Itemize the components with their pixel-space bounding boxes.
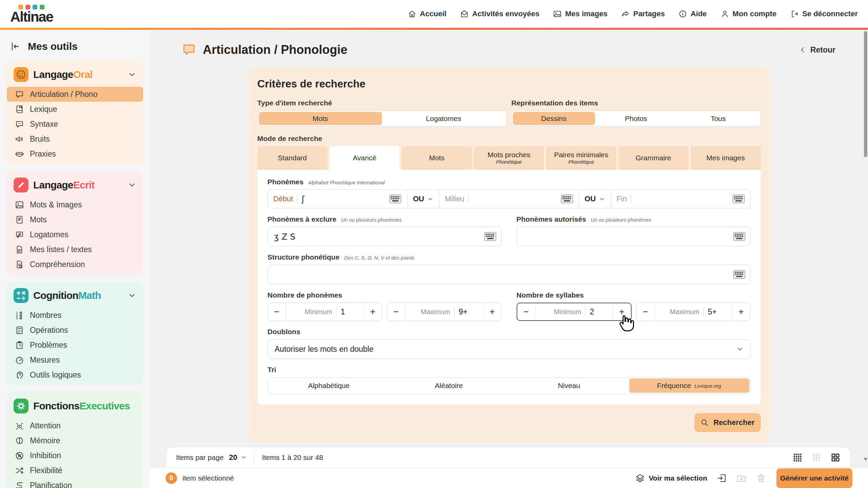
sidebar-item-bruits[interactable]: Bruits [11,131,139,146]
tri-option-alphabetique[interactable]: Alphabétique [269,379,389,393]
search-button[interactable]: Rechercher [694,413,761,432]
keyboard-icon[interactable] [389,194,402,204]
sidebar-item-mes-listes-textes[interactable]: Mes listes / textes [11,242,139,257]
nav-aide[interactable]: Aide [678,9,707,18]
section-header-langage-oral[interactable]: LangageOral [11,65,139,87]
increment-button[interactable]: + [483,303,501,321]
autorises-label: Phonèmes autorisés [517,215,586,223]
tab-avance[interactable]: Avancé [329,146,400,170]
nb-phonemes-label: Nombre de phonèmes [268,291,343,299]
section-header-fonctions-executives[interactable]: FonctionsExecutives [11,396,139,418]
top-nav: Accueil Activités envoyées Mes images Pa… [408,9,858,18]
folder-download-icon[interactable] [736,473,747,483]
vertical-scrollbar[interactable] [863,30,868,463]
representation-label: Représentation des items [512,99,598,107]
collapse-sidebar-icon[interactable] [9,41,20,52]
phoneme-milieu-field[interactable]: Milieu [440,190,579,208]
nav-mes-images[interactable]: Mes images [553,9,607,18]
fin-input[interactable] [635,194,728,204]
ou-select-1[interactable]: OU [407,190,439,208]
sidebar-item-comprehension[interactable]: ? Compréhension [11,257,139,272]
increment-button[interactable]: + [364,303,382,321]
increment-button[interactable]: + [613,303,631,320]
tri-option-niveau[interactable]: Niveau [509,379,629,393]
sidebar-item-praxies[interactable]: Praxies [11,146,139,161]
sidebar-item-problemes[interactable]: ? Problèmes [11,338,139,352]
decrement-button[interactable]: − [387,303,406,321]
nav-mon-compte[interactable]: Mon compte [720,9,777,18]
grid-large-view-button[interactable] [830,452,841,463]
chevron-down-icon [128,291,136,300]
sidebar-item-nombres[interactable]: 123 Nombres [11,308,139,323]
structure-input[interactable] [274,270,729,280]
nav-accueil[interactable]: Accueil [408,9,446,18]
tri-option-frequence[interactable]: FréquenceLexique.org [629,379,749,393]
decrement-button[interactable]: − [517,303,536,320]
keyboard-icon[interactable] [733,232,746,241]
decrement-button[interactable]: − [637,303,655,321]
milieu-input[interactable] [473,194,557,204]
grid-dense-view-button[interactable] [792,452,803,463]
import-selection-icon[interactable] [717,473,727,483]
increment-button[interactable]: + [732,303,750,321]
nav-activites-envoyees[interactable]: Activités envoyées [460,9,539,18]
phoneme-fin-field[interactable]: Fin [611,190,750,208]
section-fonctions-executives: FonctionsExecutives Attention Mémoire In… [7,392,143,488]
syllabes-max-stepper: − Maximum5+ + [636,303,751,321]
decrement-button[interactable]: − [268,303,286,321]
ou-select-2[interactable]: OU [579,190,611,208]
tab-mots-proches[interactable]: Mots prochesPhonétique [474,146,544,170]
milieu-label: Milieu [445,195,464,203]
sidebar-item-logatomes[interactable]: Logatomes [11,227,139,242]
type-option-logatomes[interactable]: Logatomes [382,112,505,125]
rep-option-dessins[interactable]: Dessins [513,112,595,125]
keyboard-icon[interactable] [732,194,745,204]
generate-activity-button[interactable]: Générer une activité [776,468,852,488]
tri-option-aleatoire[interactable]: Aléatoire [389,379,509,393]
sidebar-item-outils-logiques[interactable]: Outils logiques [11,367,139,382]
app-logo[interactable]: Altinae [10,4,53,24]
rep-option-photos[interactable]: Photos [595,112,677,125]
exclure-input[interactable] [274,232,480,242]
tab-standard[interactable]: Standard [257,146,328,170]
svg-text:?: ? [20,265,22,267]
keyboard-icon[interactable] [561,194,573,204]
keyboard-icon[interactable] [484,232,497,241]
tab-paires-minimales[interactable]: Paires minimalesPhonétique [546,146,616,170]
section-header-langage-ecrit[interactable]: LangageEcrit [11,176,139,197]
doublons-select[interactable]: Autoriser les mots en double [268,339,751,359]
gauge-icon [15,355,24,365]
sidebar-item-mesures[interactable]: Mesures [11,352,139,367]
view-selection-button[interactable]: Voir ma sélection [635,473,707,483]
items-per-page-select[interactable]: 20 [229,453,247,462]
scrollbar-down-arrow[interactable] [864,458,868,461]
phoneme-debut-field[interactable]: Début [268,190,407,208]
grid-medium-view-button[interactable] [811,452,822,463]
back-button[interactable]: Retour [799,45,835,55]
tab-grammaire[interactable]: Grammaire [618,146,689,170]
sidebar-item-planification[interactable]: Planification [11,478,139,488]
section-header-cognition-math[interactable]: CognitionMath [11,286,139,308]
type-option-mots[interactable]: Mots [259,112,382,125]
nav-partages[interactable]: Partages [621,9,665,18]
sidebar-item-memoire[interactable]: Mémoire [11,433,139,448]
sidebar-item-attention[interactable]: Attention [11,418,139,433]
autorises-input[interactable] [523,232,729,242]
sidebar-item-mots[interactable]: Mots [11,212,139,227]
trash-icon[interactable] [756,473,766,483]
tab-mots[interactable]: Mots [402,146,472,170]
rep-option-tous[interactable]: Tous [677,112,759,125]
tab-mes-images[interactable]: Mes images [691,146,761,170]
sidebar-item-lexique[interactable]: Lexique [11,102,139,117]
sidebar-item-syntaxe[interactable]: Syntaxe [11,117,139,131]
debut-input[interactable] [302,194,385,204]
sidebar-item-operations[interactable]: Opérations [11,323,139,338]
keyboard-icon[interactable] [733,270,746,279]
sidebar-item-articulation-phono[interactable]: Articulation / Phono [7,87,143,102]
items-per-page-label: Items par page [176,453,224,462]
nav-se-deconnecter[interactable]: Se déconnecter [790,9,858,18]
sidebar-item-inhibition[interactable]: Inhibition [11,448,139,463]
sidebar-item-mots-images[interactable]: Mots & Images [11,197,139,212]
scrollbar-thumb[interactable] [864,31,867,157]
sidebar-item-flexibilite[interactable]: Flexibilité [11,463,139,478]
